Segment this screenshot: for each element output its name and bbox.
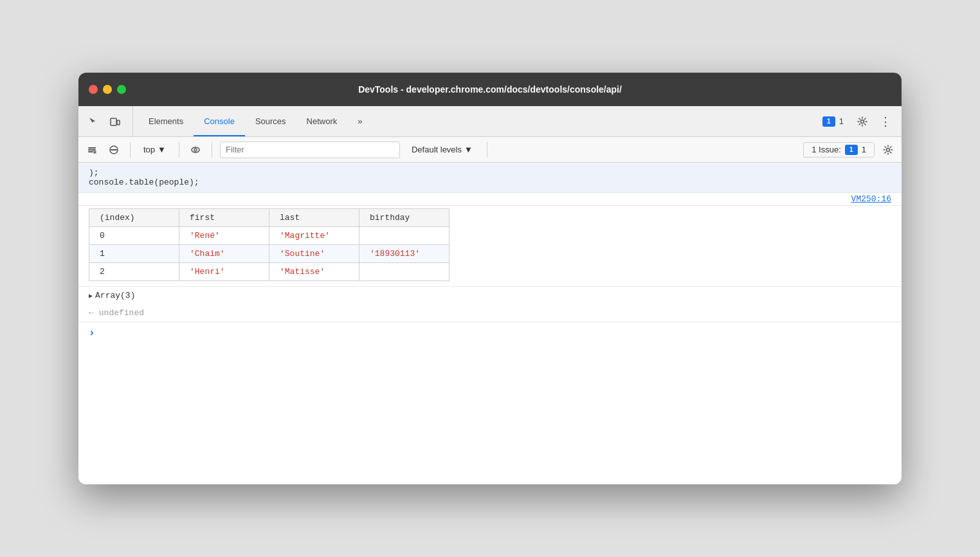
toolbar-divider-4 xyxy=(487,142,487,158)
svg-rect-4 xyxy=(88,149,96,151)
cell-birthday-1: '18930113' xyxy=(359,245,449,263)
svg-point-9 xyxy=(887,148,890,151)
cell-index-1: 1 xyxy=(89,245,179,263)
devtools-icons-left xyxy=(84,106,133,136)
vm-link[interactable]: VM250:16 xyxy=(851,194,891,204)
tab-console[interactable]: Console xyxy=(194,106,245,136)
cell-last-1: 'Soutine' xyxy=(269,245,359,263)
code-line-1: ); xyxy=(89,168,891,178)
no-entry-icon[interactable] xyxy=(105,142,122,158)
levels-button[interactable]: Default levels ▼ xyxy=(405,143,479,156)
cell-birthday-2 xyxy=(359,263,449,281)
cell-index-2: 2 xyxy=(89,263,179,281)
console-toolbar: top ▼ Default levels ▼ 1 Issue: 1 1 xyxy=(78,137,902,163)
table-row: 2 'Henri' 'Matisse' xyxy=(89,263,449,281)
filter-input[interactable] xyxy=(220,142,400,158)
array-label: Array(3) xyxy=(95,291,135,300)
tab-elements[interactable]: Elements xyxy=(138,106,194,136)
cell-first-0: 'René' xyxy=(179,227,269,245)
col-header-index: (index) xyxy=(89,209,179,227)
tab-sources[interactable]: Sources xyxy=(245,106,296,136)
settings-console-icon[interactable] xyxy=(880,142,896,158)
devtools-tabs-bar: Elements Console Sources Network » 1 1 xyxy=(78,106,902,137)
clear-console-icon[interactable] xyxy=(84,142,100,158)
cell-birthday-0 xyxy=(359,227,449,245)
cell-first-2: 'Henri' xyxy=(179,263,269,281)
maximize-button[interactable] xyxy=(117,85,126,94)
console-table-wrapper: (index) first last birthday 0 'René' 'Ma… xyxy=(78,206,902,287)
col-header-birthday: birthday xyxy=(359,209,449,227)
svg-point-8 xyxy=(194,149,197,151)
chevron-down-icon: ▼ xyxy=(158,145,166,154)
prompt-icon: › xyxy=(89,327,95,339)
tab-more[interactable]: » xyxy=(347,106,372,136)
cell-index-0: 0 xyxy=(89,227,179,245)
svg-point-2 xyxy=(861,120,864,123)
traffic-lights xyxy=(89,85,126,94)
devtools-window: DevTools - developer.chrome.com/docs/dev… xyxy=(78,73,902,484)
toolbar-divider-1 xyxy=(130,142,131,158)
svg-point-7 xyxy=(192,147,199,152)
toolbar-divider-3 xyxy=(212,142,212,158)
issues-badge-icon: 1 xyxy=(822,116,835,127)
titlebar: DevTools - developer.chrome.com/docs/dev… xyxy=(78,73,902,106)
table-header-row: (index) first last birthday xyxy=(89,209,449,227)
console-content: ); console.table(people); VM250:16 (inde… xyxy=(78,163,902,484)
inspect-icon[interactable] xyxy=(84,112,103,131)
undefined-row: ← undefined xyxy=(78,304,902,322)
tab-network[interactable]: Network xyxy=(296,106,348,136)
context-selector[interactable]: top ▼ xyxy=(138,143,171,156)
toolbar-divider-2 xyxy=(179,142,179,158)
table-row: 0 'René' 'Magritte' xyxy=(89,227,449,245)
vm-link-row: VM250:16 xyxy=(78,193,902,206)
undefined-value: undefined xyxy=(99,308,144,318)
issue-badge-icon: 1 xyxy=(845,145,858,155)
array-expand[interactable]: ▶ Array(3) xyxy=(78,287,902,304)
minimize-button[interactable] xyxy=(103,85,112,94)
close-button[interactable] xyxy=(89,85,98,94)
prompt-row[interactable]: › xyxy=(78,322,902,344)
svg-rect-0 xyxy=(111,118,116,125)
table-row: 1 'Chaim' 'Soutine' '18930113' xyxy=(89,245,449,263)
context-menu-icon[interactable]: ⋮ xyxy=(875,114,896,129)
code-block: ); console.table(people); xyxy=(78,163,902,193)
console-table: (index) first last birthday 0 'René' 'Ma… xyxy=(89,208,449,281)
cell-last-2: 'Matisse' xyxy=(269,263,359,281)
issue-button[interactable]: 1 Issue: 1 1 xyxy=(803,142,875,158)
device-toolbar-icon[interactable] xyxy=(105,112,125,131)
col-header-last: last xyxy=(269,209,359,227)
issues-badge-button[interactable]: 1 1 xyxy=(816,114,850,129)
chevron-down-icon: ▼ xyxy=(464,145,473,154)
svg-rect-5 xyxy=(88,151,93,152)
svg-rect-1 xyxy=(117,120,120,125)
settings-icon[interactable] xyxy=(853,112,872,131)
col-header-first: first xyxy=(179,209,269,227)
eye-icon[interactable] xyxy=(187,142,204,158)
window-title: DevTools - developer.chrome.com/docs/dev… xyxy=(358,84,622,95)
triangle-icon: ▶ xyxy=(89,292,93,300)
return-arrow-icon: ← xyxy=(89,308,94,318)
cell-last-0: 'Magritte' xyxy=(269,227,359,245)
code-line-2: console.table(people); xyxy=(89,178,891,187)
devtools-icons-right: 1 1 ⋮ xyxy=(816,106,896,136)
cell-first-1: 'Chaim' xyxy=(179,245,269,263)
svg-rect-3 xyxy=(88,147,96,149)
